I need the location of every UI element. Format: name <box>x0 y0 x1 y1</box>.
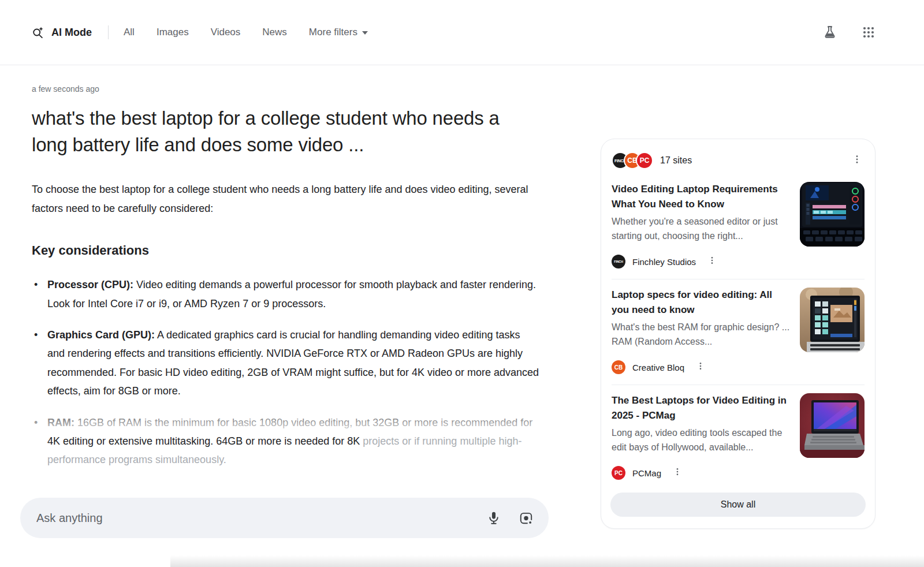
bullet-label: RAM: <box>47 417 74 428</box>
top-navigation: AI Mode All Images Videos News More filt… <box>0 0 924 65</box>
more-filters-label: More filters <box>309 27 357 38</box>
chevron-down-icon <box>362 31 368 35</box>
tab-images[interactable]: Images <box>157 27 189 38</box>
panel-three-dot-menu-icon[interactable] <box>850 152 865 169</box>
ai-mode-label: AI Mode <box>51 27 92 39</box>
microphone-icon[interactable] <box>486 510 501 525</box>
pcmag-favicon: PC <box>612 466 625 480</box>
pcmag-favicon: PC <box>636 152 653 169</box>
site-card-finchley[interactable]: Video Editing Laptop Requirements What Y… <box>610 175 866 272</box>
more-filters-menu[interactable]: More filters <box>309 27 368 38</box>
source-name: Creative Bloq <box>632 363 684 372</box>
list-item-ram: RAM: 16GB of RAM is the minimum for basi… <box>32 413 540 469</box>
nav-divider <box>108 25 109 39</box>
sources-panel-header: FINCH CB PC 17 sites <box>610 148 866 175</box>
card-description: Whether you're a seasoned editor or just… <box>612 215 791 244</box>
sources-panel: FINCH CB PC 17 sites Video Editing Lapto… <box>601 139 875 529</box>
google-apps-grid-icon[interactable] <box>862 25 875 39</box>
bullet-label: Graphics Card (GPU): <box>47 329 155 341</box>
ask-anything-bar[interactable] <box>20 498 549 538</box>
show-all-button[interactable]: Show all <box>610 493 866 517</box>
bullet-label: Processor (CPU): <box>47 279 133 290</box>
tab-videos[interactable]: Videos <box>211 27 241 38</box>
source-name: PCMag <box>632 468 661 478</box>
site-card-pcmag[interactable]: The Best Laptops for Video Editing in 20… <box>610 386 866 483</box>
query-title: what's the best laptop for a college stu… <box>32 105 520 158</box>
tab-ai-mode[interactable]: AI Mode <box>32 26 92 39</box>
favicon-cluster: FINCH CB PC <box>612 152 653 169</box>
list-item-cpu: Processor (CPU): Video editing demands a… <box>32 275 540 313</box>
card-thumbnail-video-editor <box>800 182 865 247</box>
card-title: Video Editing Laptop Requirements What Y… <box>612 182 791 211</box>
card-description: Long ago, video editing tools escaped th… <box>612 426 791 455</box>
answer-intro: To choose the best laptop for a college … <box>32 180 540 218</box>
labs-flask-icon[interactable] <box>822 25 837 40</box>
card-three-dot-menu-icon[interactable] <box>670 465 684 481</box>
card-divider <box>612 279 865 279</box>
considerations-list: Processor (CPU): Video editing demands a… <box>32 275 540 469</box>
card-divider <box>612 385 865 385</box>
card-three-dot-menu-icon[interactable] <box>705 253 719 270</box>
card-thumbnail-laptop-red <box>800 393 865 458</box>
source-name: Finchley Studios <box>632 257 696 267</box>
lens-camera-icon[interactable] <box>519 510 534 525</box>
card-three-dot-menu-icon[interactable] <box>694 359 707 375</box>
finchley-favicon: FINCH <box>612 255 625 268</box>
creativebloq-favicon: CB <box>612 360 625 374</box>
tab-news[interactable]: News <box>262 27 287 38</box>
tab-all[interactable]: All <box>124 27 135 38</box>
card-title: Laptop specs for video editing: All you … <box>612 288 791 317</box>
section-heading: Key considerations <box>32 243 560 258</box>
list-item-gpu: Graphics Card (GPU): A dedicated graphic… <box>32 326 540 401</box>
answer-column: a few seconds ago what's the best laptop… <box>32 65 560 482</box>
card-thumbnail-laptop-photo-editor <box>800 288 865 352</box>
site-card-creativebloq[interactable]: Laptop specs for video editing: All you … <box>610 281 866 378</box>
bottom-scroll-shadow <box>170 555 924 567</box>
card-title: The Best Laptops for Video Editing in 20… <box>612 393 791 423</box>
ask-input[interactable] <box>36 512 486 525</box>
card-description: What's the best RAM for graphic design? … <box>612 320 791 349</box>
answer-timestamp: a few seconds ago <box>32 84 560 94</box>
ai-mode-sparkle-magnifier-icon <box>32 26 44 39</box>
sites-count: 17 sites <box>660 155 692 166</box>
